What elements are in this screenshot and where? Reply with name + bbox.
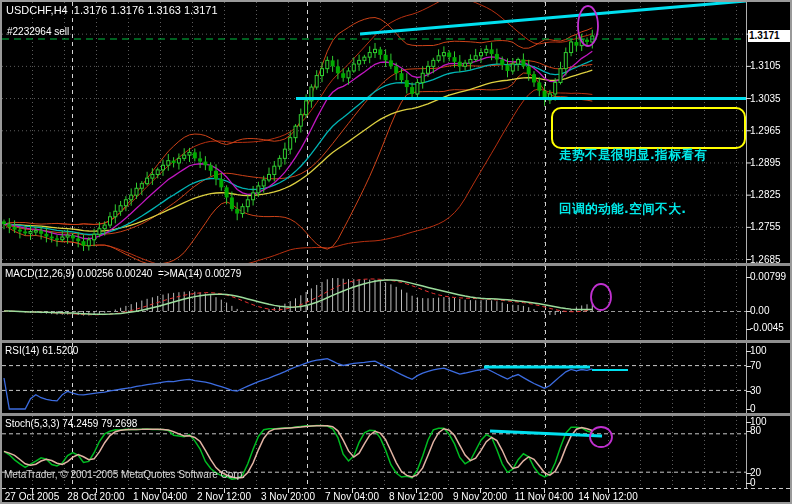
chart-title: USDCHF,H4 1.3176 1.3176 1.3163 1.3171 [6,4,218,16]
note-line-1: 走势不是很明显.指标看有 [559,146,741,164]
current-price-tag: 1.3171 [748,30,790,42]
date-axis-label: 28 Oct 20:00 [65,491,127,503]
date-axis-label: 11 Nov 04:00 [513,491,575,503]
date-axis-label: 3 Nov 20:00 [257,491,319,503]
chart-window: USDCHF,H4 1.3176 1.3176 1.3163 1.3171 #2… [0,0,792,504]
price-axis-label: 1.2685 [750,254,781,266]
rsi-axis-label: 0 [750,403,756,415]
stoch-axis-label: 0 [750,477,756,489]
macd-axis-label: -0.0045 [750,322,784,334]
price-axis-label: 1.2755 [750,221,781,233]
copyright-footer: MetaTrader, © 2001-2005 MetaQuotes Softw… [4,469,245,481]
stoch-indicator-label: Stoch(5,3,3) 74.2459 79.2698 [5,418,137,430]
sell-order-label: #2232964 sell [7,26,69,38]
price-axis-label: 1.2895 [750,157,781,169]
rsi-axis-label: 70 [750,360,761,372]
date-axis-label: 14 Nov 12:00 [577,491,639,503]
price-axis-label: 1.3105 [750,60,781,72]
price-axis-label: 1.2965 [750,125,781,137]
rsi-axis-label: 30 [750,385,761,397]
rsi-indicator-label: RSI(14) 61.5200 [5,345,78,357]
date-axis-label: 7 Nov 04:00 [321,491,383,503]
rsi-axis-label: 100 [750,345,767,357]
date-axis-label: 1 Nov 04:00 [129,491,191,503]
date-axis-label: 9 Nov 20:00 [449,491,511,503]
macd-indicator-label: MACD(12,26,9) 0.00256 0.00240 =>MA(14) 0… [5,268,241,280]
macd-axis-label: 0.00799 [750,271,786,283]
macd-axis-label: 0.00 [750,305,769,317]
price-axis-label: 1.3035 [750,93,781,105]
date-axis-label: 27 Oct 2005 [1,491,63,503]
date-axis-label: 2 Nov 12:00 [193,491,255,503]
date-axis-label: 8 Nov 12:00 [385,491,447,503]
price-axis-label: 1.2825 [750,189,781,201]
stoch-axis-label: 80 [750,425,761,437]
note-line-2: 回调的动能.空间不大. [559,200,741,218]
annotation-note-box[interactable]: 走势不是很明显.指标看有 回调的动能.空间不大. [551,107,746,149]
